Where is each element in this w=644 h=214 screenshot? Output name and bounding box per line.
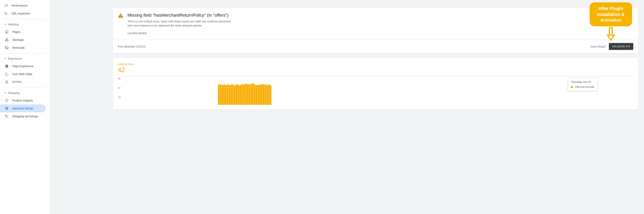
chart-bar[interactable] [263,84,264,105]
chart-bar[interactable] [268,84,270,105]
annotation-bubble: After Plugin Installation & Activation [590,2,632,26]
svg-marker-26 [608,35,614,40]
chart-bar[interactable] [220,84,221,105]
spacer [50,0,113,214]
chart-bar[interactable] [261,84,262,105]
chart-bar[interactable] [256,85,257,105]
svg-rect-23 [120,15,121,16]
sidebar-label: Page Experience [12,65,34,68]
chart-bar[interactable] [252,83,254,105]
chart-bar[interactable] [248,84,250,105]
svg-marker-19 [5,99,8,102]
divider [3,88,46,88]
chart-bar[interactable] [218,84,220,105]
chart-bar[interactable] [264,84,266,105]
svg-rect-25 [610,27,612,35]
sidebar-item-url-inspection[interactable]: URL inspection [0,9,50,17]
annotation-line2: Installation & [597,11,624,17]
sidebar-item-merchant-listings[interactable]: Merchant listings [0,105,46,112]
svg-marker-18 [4,93,6,93]
chart-bar[interactable] [232,84,234,105]
svg-rect-17 [6,82,8,83]
chart-bar[interactable] [245,84,246,105]
lock-icon [5,80,9,84]
sidebar-item-pages[interactable]: Pages [0,28,50,36]
chart-area: 60 40 20 Thursday, Oct 10 Affected items… [118,76,633,105]
y-tick: 20 [118,96,120,99]
annotation-line1: After Plugin [597,5,624,11]
chart-bar[interactable] [234,85,236,105]
svg-rect-4 [6,38,7,39]
section-indexing[interactable]: Indexing [0,21,50,28]
section-label: Indexing [8,23,18,26]
chart-tooltip: Thursday, Oct 10 Affected items 44 [568,78,598,91]
issue-text: Missing field "hasMerchantReturnPolicy" … [128,13,231,35]
chart-bar[interactable] [241,84,243,105]
sidebar-label: Core Web Vitals [12,73,32,76]
chevron-down-icon [4,92,6,94]
tag-icon [5,114,9,118]
sidebar-item-product-snippets[interactable]: Product snippets [0,97,50,105]
chevron-down-icon [4,57,6,60]
sidebar-item-sitemaps[interactable]: Sitemaps [0,36,50,44]
chart-bar[interactable] [230,84,232,105]
svg-point-0 [4,12,7,14]
annotation-line3: Activation [597,17,624,23]
chart-bar[interactable] [225,85,227,105]
chart-bar[interactable] [229,85,230,105]
section-label: Shopping [8,91,20,95]
issue-description: This is a non-critical issue. Items with… [128,19,231,28]
sidebar-label: Performance [12,4,28,7]
chart-bar[interactable] [250,84,252,105]
chart-bar[interactable] [223,84,225,105]
sidebar-label: HTTPS [12,81,22,84]
svg-rect-6 [7,40,8,41]
chart-bar[interactable] [257,85,259,105]
chart-bar[interactable] [222,85,223,105]
issue-card: Missing field "hasMerchantReturnPolicy" … [113,8,638,53]
sidebar-item-performance[interactable]: Performance [0,1,50,9]
y-tick: 40 [118,87,120,89]
svg-marker-2 [4,24,6,25]
chart-bar[interactable] [227,84,228,105]
chart-bars[interactable] [127,77,633,105]
tooltip-date: Thursday, Oct 10 [571,81,594,83]
removals-icon [5,46,9,50]
issue-title: Missing field "hasMerchantReturnPolicy" … [128,13,231,18]
chart-label: Affected items [118,63,633,66]
sitemaps-icon [5,38,9,42]
annotation-overlay: After Plugin Installation & Activation [590,2,632,42]
svg-rect-24 [120,16,121,17]
chart-bar[interactable] [236,84,238,105]
chart-bar[interactable] [259,84,261,105]
chart-bar[interactable] [254,84,255,105]
chevron-down-icon [4,23,6,25]
issue-header: Missing field "hasMerchantReturnPolicy" … [113,8,638,40]
warning-icon [118,13,124,18]
sidebar-item-core-web-vitals[interactable]: Core Web Vitals [0,70,50,78]
svg-rect-5 [5,40,6,41]
chart-bar[interactable] [238,85,239,105]
section-experience[interactable]: Experience [0,55,50,62]
issue-footer: First detected: 4/22/23 Done fixing? VAL… [113,40,638,53]
chart-bar[interactable] [266,85,268,105]
footer-actions: Done fixing? VALIDATE FIX [590,43,633,50]
sidebar-item-shopping-tab[interactable]: Shopping tab listings [0,112,50,120]
chart-value: 42 [118,66,633,74]
chart-bar[interactable] [240,85,241,105]
chart-bar[interactable] [270,85,272,105]
sidebar-item-removals[interactable]: Removals [0,44,50,52]
learn-more-link[interactable]: LEARN MORE [128,32,231,35]
svg-marker-12 [4,58,6,59]
section-shopping[interactable]: Shopping [0,89,50,97]
chart-bar[interactable] [246,84,248,105]
plus-circle-icon [5,64,9,68]
y-tick: 60 [118,77,120,80]
sidebar-item-page-experience[interactable]: Page Experience [0,62,50,70]
svg-marker-21 [6,107,8,109]
tooltip-series: Affected items [571,85,591,88]
validate-fix-button[interactable]: VALIDATE FIX [609,43,633,50]
sidebar-label: Pages [12,30,20,33]
chart-bar[interactable] [243,84,244,105]
sidebar-item-https[interactable]: HTTPS [0,78,50,86]
